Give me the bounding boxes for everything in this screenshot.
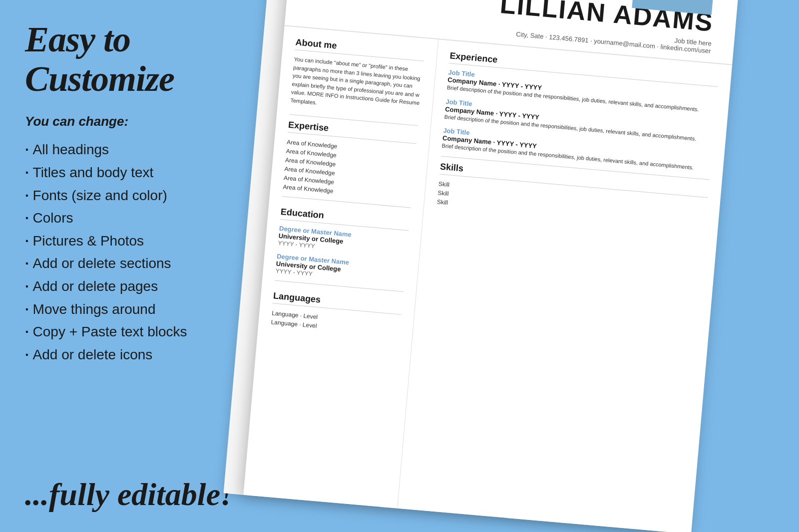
- subtitle: You can change:: [25, 114, 255, 129]
- resume-container: LILLIAN ADAMS Job title here City, Sate …: [193, 0, 799, 532]
- feature-item-2: Titles and body text: [25, 161, 255, 184]
- languages-section: Languages Language · Level Language · Le…: [271, 290, 402, 337]
- resume-right-col: Experience Job Title Company Name · YYYY…: [397, 39, 732, 532]
- resume-paper: LILLIAN ADAMS Job title here City, Sate …: [243, 0, 739, 532]
- feature-item-1: All headings: [25, 138, 255, 161]
- skills-section: Skills Skill Skill Skill: [436, 161, 709, 230]
- about-text: You can include "about me" or "profile" …: [290, 55, 423, 115]
- education-section: Education Degree or Master Name Universi…: [275, 207, 410, 285]
- resume-body: About me You can include "about me" or "…: [243, 26, 732, 532]
- main-title: Easy to Customize: [25, 20, 255, 99]
